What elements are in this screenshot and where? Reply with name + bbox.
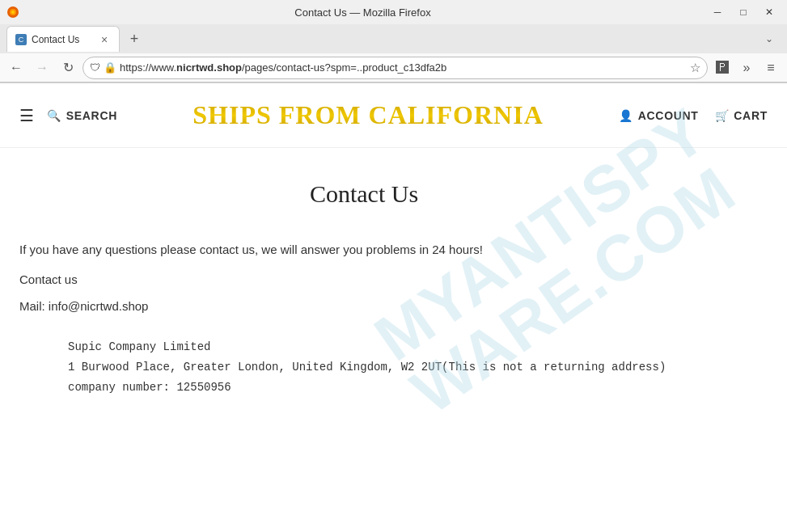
back-button[interactable]: ← — [5, 57, 28, 79]
search-button[interactable]: 🔍 SEARCH — [47, 109, 117, 122]
new-tab-button[interactable]: + — [123, 27, 146, 50]
pocket-button[interactable]: 🅿 — [711, 57, 734, 79]
maximize-button[interactable]: □ — [732, 4, 755, 20]
search-label: SEARCH — [66, 109, 117, 122]
url-text: https://www.nicrtwd.shop/pages/contact-u… — [120, 61, 687, 74]
cart-label: CART — [734, 109, 768, 122]
cart-icon: 🛒 — [715, 109, 730, 122]
nav-right-buttons: 🅿 » ≡ — [711, 57, 782, 79]
account-icon: 👤 — [619, 109, 633, 122]
shield-icon: 🛡 — [90, 61, 100, 74]
header-right: 👤 ACCOUNT 🛒 CART — [619, 109, 768, 122]
tab-list-button[interactable]: ⌄ — [758, 27, 781, 50]
content-wrapper: ☰ 🔍 SEARCH SHIPS FROM CALIFORNIA 👤 ACCOU… — [0, 83, 787, 455]
site-header: ☰ 🔍 SEARCH SHIPS FROM CALIFORNIA 👤 ACCOU… — [0, 83, 787, 148]
tab-label: Contact Us — [32, 34, 93, 45]
contact-intro: If you have any questions please contact… — [19, 240, 709, 260]
window-title: Contact Us — Mozilla Firefox — [19, 6, 706, 19]
tab-close-button[interactable]: × — [98, 33, 111, 46]
hamburger-menu-button[interactable]: ☰ — [19, 106, 34, 125]
close-button[interactable]: ✕ — [758, 4, 781, 20]
nav-bar: ← → ↻ 🛡 🔒 https://www.nicrtwd.shop/pages… — [0, 53, 787, 82]
company-line-2: 1 Burwood Place, Greater London, United … — [68, 357, 709, 378]
contact-us-label: Contact us — [19, 272, 709, 286]
cart-button[interactable]: 🛒 CART — [715, 109, 768, 122]
site-logo: SHIPS FROM CALIFORNIA — [193, 100, 543, 130]
company-line-3: company number: 12550956 — [68, 378, 709, 398]
header-left: ☰ 🔍 SEARCH — [19, 106, 117, 125]
company-line-1: Supic Company Limited — [68, 337, 709, 357]
lock-icon: 🔒 — [104, 61, 116, 74]
menu-button[interactable]: ≡ — [759, 57, 782, 79]
url-bar[interactable]: 🛡 🔒 https://www.nicrtwd.shop/pages/conta… — [83, 57, 708, 79]
active-tab[interactable]: C Contact Us × — [6, 26, 120, 52]
page-title: Contact Us — [19, 180, 709, 208]
tab-bar: C Contact Us × + ⌄ — [0, 24, 787, 53]
bookmark-button[interactable]: ☆ — [690, 61, 700, 75]
company-info: Supic Company Limited 1 Burwood Place, G… — [68, 337, 709, 399]
tab-favicon: C — [15, 34, 27, 45]
reload-button[interactable]: ↻ — [57, 57, 79, 79]
contact-email: Mail: info@nicrtwd.shop — [19, 299, 709, 313]
title-bar: Contact Us — Mozilla Firefox ─ □ ✕ — [0, 0, 787, 24]
extensions-button[interactable]: » — [735, 57, 758, 79]
main-content: MYANTISPYWARE.COM Contact Us If you have… — [0, 148, 728, 418]
minimize-button[interactable]: ─ — [706, 4, 729, 20]
account-button[interactable]: 👤 ACCOUNT — [619, 109, 699, 122]
forward-button[interactable]: → — [31, 57, 53, 79]
search-icon: 🔍 — [47, 109, 61, 122]
firefox-icon — [6, 6, 19, 19]
window-controls[interactable]: ─ □ ✕ — [706, 4, 781, 20]
account-label: ACCOUNT — [638, 109, 699, 122]
svg-point-2 — [11, 11, 15, 14]
